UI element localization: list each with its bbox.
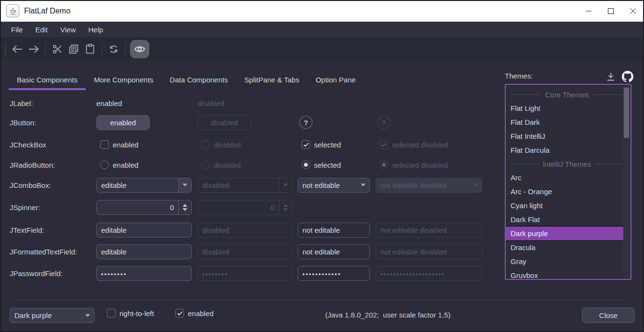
themes-scrollbar-thumb[interactable] — [624, 88, 629, 138]
row-jformattedtextfield: JFormattedTextField: editable disabled n… — [10, 244, 496, 259]
combobox-arrow-button — [279, 178, 292, 192]
combobox-not-editable[interactable]: not editable — [298, 178, 370, 193]
theme-item-cyan-light[interactable]: Cyan light — [506, 199, 623, 212]
maximize-button[interactable] — [600, 0, 622, 22]
paste-button[interactable] — [82, 41, 98, 57]
refresh-button[interactable] — [106, 41, 121, 57]
look-and-feel-combobox[interactable]: Dark purple — [10, 308, 94, 323]
row-label: JSpinner: — [10, 203, 96, 212]
theme-item-dracula[interactable]: Dracula — [506, 240, 623, 254]
window-title: FlatLaf Demo — [24, 7, 70, 15]
selected-tab-underline — [9, 88, 86, 90]
tab-label: Basic Components — [17, 76, 78, 84]
download-themes-button[interactable] — [605, 70, 617, 83]
row-jspinner: JSpinner: 0 0 — [10, 199, 496, 215]
checkbox-disabled: disabled — [201, 140, 241, 149]
tab-basic-components[interactable]: Basic Components — [9, 70, 86, 90]
theme-item-dark-flat[interactable]: Dark Flat — [506, 212, 623, 226]
menu-view[interactable]: View — [54, 22, 82, 38]
tab-splitpane-tabs[interactable]: SplitPane & Tabs — [236, 70, 307, 90]
themes-list[interactable]: Core Themes Flat Light Flat Dark Flat In… — [505, 84, 631, 280]
toolbar-grip-icon[interactable] — [3, 43, 7, 55]
radio-label: disabled — [214, 161, 241, 169]
theme-item-arc[interactable]: Arc — [506, 171, 623, 185]
close-window-button[interactable] — [622, 0, 644, 22]
menu-edit[interactable]: Edit — [29, 22, 54, 38]
copy-icon — [69, 44, 79, 54]
toolbar-separator — [45, 43, 46, 55]
theme-item-gray[interactable]: Gray — [506, 254, 623, 268]
row-label: JFormattedTextField: — [10, 248, 96, 256]
combobox-arrow-button[interactable] — [356, 178, 369, 192]
window-controls — [578, 0, 644, 22]
radio-enabled[interactable]: enabled — [100, 160, 138, 169]
section-header-label: IntelliJ Themes — [543, 160, 591, 168]
show-toggle-button[interactable] — [130, 40, 149, 58]
row-label: JPasswordField: — [10, 269, 96, 278]
forward-button[interactable] — [26, 41, 41, 57]
themes-scrollbar-track[interactable] — [623, 86, 630, 278]
menubar: File Edit View Help — [0, 22, 644, 38]
back-arrow-icon — [12, 45, 23, 53]
checkbox-selected[interactable]: selected — [302, 140, 341, 149]
theme-item-flat-dark[interactable]: Flat Dark — [506, 115, 623, 129]
github-button[interactable] — [621, 70, 634, 83]
row-label: JLabel: — [10, 99, 96, 107]
back-button[interactable] — [10, 41, 25, 57]
checkbox-box — [201, 140, 210, 149]
spinner-enabled[interactable]: 0 — [96, 200, 192, 215]
passwordfield-editable[interactable]: •••••••• — [96, 266, 192, 281]
jbutton-enabled[interactable]: enabled — [96, 115, 150, 130]
theme-item-arc-orange[interactable]: Arc - Orange — [506, 185, 623, 199]
radio-selected[interactable]: selected — [302, 160, 341, 169]
enabled-checkbox[interactable]: enabled — [175, 309, 213, 318]
copy-button[interactable] — [66, 41, 81, 57]
passwordfield-not-editable[interactable]: •••••••••••• — [298, 266, 370, 281]
theme-item-flat-darcula[interactable]: Flat Darcula — [506, 143, 623, 157]
status-text: (Java 1.8.0_202; user scale factor 1.5) — [325, 311, 450, 319]
menu-help[interactable]: Help — [82, 22, 109, 38]
tab-more-components[interactable]: More Components — [86, 70, 161, 90]
theme-item-dark-purple-selected[interactable]: Dark purple — [506, 226, 623, 240]
formattedtextfield-disabled: disabled — [197, 244, 292, 259]
theme-item-gruvbox[interactable]: Gruvbox — [506, 268, 623, 280]
help-button-disabled: ? — [377, 116, 391, 129]
row-label: JRadioButton: — [10, 161, 96, 169]
radio-selected-disabled: selected disabled — [380, 160, 448, 169]
right-to-left-checkbox[interactable]: right-to-left — [107, 309, 154, 318]
tab-data-components[interactable]: Data Components — [161, 70, 236, 90]
spinner-arrows[interactable] — [178, 200, 191, 214]
radio-circle-selected — [302, 160, 310, 169]
theme-item-flat-light[interactable]: Flat Light — [506, 101, 623, 115]
checkbox-label: selected disabled — [392, 141, 448, 149]
combobox-value[interactable]: editable — [97, 178, 178, 192]
checkbox-label: enabled — [113, 141, 138, 149]
formattedtextfield-not-editable-disabled: not editable disabled — [376, 244, 482, 259]
refresh-icon — [109, 44, 118, 54]
combobox-arrow-button[interactable] — [81, 308, 94, 322]
checkbox-enabled[interactable]: enabled — [100, 140, 138, 149]
menu-file[interactable]: File — [5, 22, 29, 38]
toolbar-separator — [125, 43, 126, 55]
close-icon — [630, 8, 636, 14]
themes-section-header: IntelliJ Themes — [511, 157, 623, 171]
help-button[interactable]: ? — [299, 116, 313, 129]
combobox-editable[interactable]: editable — [96, 178, 192, 193]
row-jlabel: JLabel: enabled disabled — [10, 95, 496, 111]
minimize-button[interactable] — [578, 0, 600, 22]
formattedtextfield-editable[interactable]: editable — [96, 244, 192, 259]
theme-item-flat-intellij[interactable]: Flat IntelliJ — [506, 129, 623, 143]
close-button[interactable]: Close — [582, 307, 635, 323]
formattedtextfield-not-editable[interactable]: not editable — [298, 244, 370, 259]
spinner-value[interactable]: 0 — [97, 200, 178, 214]
cut-button[interactable] — [50, 41, 65, 57]
passwordfield-not-editable-disabled: •••••••••••••••••••• — [376, 266, 482, 281]
combobox-arrow-button[interactable] — [178, 178, 191, 192]
titlebar: FlatLaf Demo — [0, 0, 644, 22]
textfield-editable[interactable]: editable — [96, 223, 192, 238]
tab-option-pane[interactable]: Option Pane — [307, 70, 364, 90]
tabbar: Basic Components More Components Data Co… — [9, 70, 491, 90]
checkbox-box-checked — [380, 140, 388, 149]
radio-disabled: disabled — [201, 160, 241, 169]
textfield-not-editable[interactable]: not editable — [298, 223, 370, 238]
